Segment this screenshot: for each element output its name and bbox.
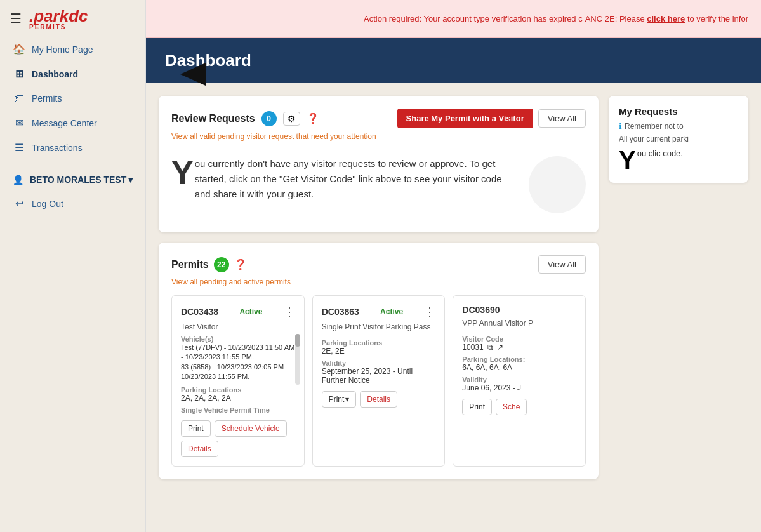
permit-parking-3: 6A, 6A, 6A, 6A xyxy=(462,363,576,372)
permit-more-1[interactable]: ⋮ xyxy=(284,305,295,319)
my-requests-info-text: Remember not to xyxy=(625,122,684,131)
side-column: My Requests ℹ Remember not to All your c… xyxy=(609,96,748,519)
logo-sub: PERMITS xyxy=(29,23,66,30)
sidebar-nav: 🏠 My Home Page ⊞ Dashboard 🏷 Permits ✉ M… xyxy=(0,37,145,160)
hamburger-icon[interactable]: ☰ xyxy=(10,11,22,26)
sidebar-item-logout-label: Log Out xyxy=(32,199,63,209)
permit-vehicles-label-1: Vehicle(s) xyxy=(181,335,295,343)
home-icon: 🏠 xyxy=(13,43,25,55)
permit-print-button-1[interactable]: Print xyxy=(181,420,211,437)
message-icon: ✉ xyxy=(13,117,25,129)
sidebar-item-messages-label: Message Center xyxy=(32,118,97,128)
permit-actions-1: Print Schedule Vehicle Details xyxy=(181,420,295,457)
share-icon[interactable]: ↗ xyxy=(497,343,503,352)
scroll-indicator-1[interactable] xyxy=(295,334,300,434)
user-menu[interactable]: 👤 BETO MORALES TEST ▾ xyxy=(0,168,145,191)
permit-validity-label-2: Validity xyxy=(322,359,436,367)
main-content: Action required: Your account type verif… xyxy=(146,0,761,532)
permit-parking-label-2: Parking Locations xyxy=(322,339,436,347)
permit-header-3: DC03690 xyxy=(462,305,576,315)
review-requests-card: Review Requests 0 ⚙ ❓ Share My Permit wi… xyxy=(159,96,599,232)
permit-schedule-button-1[interactable]: Schedule Vehicle xyxy=(215,420,287,437)
logo: .parkdc PERMITS xyxy=(29,6,88,30)
permit-print-label-2: Print xyxy=(329,395,345,404)
permits-info-icon[interactable]: ❓ xyxy=(234,258,247,270)
permit-name-3: VPP Annual Visitor P xyxy=(462,319,576,328)
user-icon: 👤 xyxy=(13,175,23,185)
my-requests-title: My Requests xyxy=(619,106,738,117)
permit-card-dc03438: DC03438 Active ⋮ Test Visitor Vehicle(s)… xyxy=(171,295,305,467)
review-requests-actions: Share My Permit with a Visitor View All xyxy=(397,109,586,128)
visitor-avatar xyxy=(529,156,586,213)
my-requests-card: My Requests ℹ Remember not to All your c… xyxy=(609,96,748,183)
permits-icon: 🏷 xyxy=(13,93,25,104)
sidebar-item-transactions[interactable]: ☰ Transactions xyxy=(0,135,145,160)
sidebar-item-home[interactable]: 🏠 My Home Page xyxy=(0,37,145,62)
sidebar-item-messages[interactable]: ✉ Message Center xyxy=(0,110,145,135)
alert-text: Action required: Your account type verif… xyxy=(364,14,583,23)
empty-state-text: Y ou currently don't have any visitor re… xyxy=(171,156,519,202)
permit-status-2: Active xyxy=(380,307,403,316)
permit-id-1: DC03438 xyxy=(181,307,218,317)
permits-view-all-button[interactable]: View All xyxy=(538,255,586,274)
info-circle-icon: ℹ xyxy=(619,122,622,131)
permit-details-button-1[interactable]: Details xyxy=(181,441,218,457)
permit-print-button-3[interactable]: Print xyxy=(462,399,492,415)
main-column: Review Requests 0 ⚙ ❓ Share My Permit wi… xyxy=(159,96,599,519)
permit-header-1: DC03438 Active ⋮ xyxy=(181,305,295,319)
permit-vehicles-1: Test (77DFV) - 10/23/2023 11:50 AM - 10/… xyxy=(181,343,295,382)
permit-details-button-2[interactable]: Details xyxy=(360,391,397,408)
permits-header: Permits 22 ❓ View All xyxy=(171,255,586,274)
permit-card-dc03690: DC03690 VPP Annual Visitor P Visitor Cod… xyxy=(453,295,586,467)
permit-print-button-2[interactable]: Print ▾ xyxy=(322,391,357,408)
permit-status-1: Active xyxy=(239,307,262,316)
permit-actions-2: Print ▾ Details xyxy=(322,391,436,408)
permit-validity-label-3: Validity xyxy=(462,376,576,383)
content-area: Review Requests 0 ⚙ ❓ Share My Permit wi… xyxy=(146,83,761,532)
permits-title: Permits xyxy=(171,259,209,270)
alert-banner: Action required: Your account type verif… xyxy=(146,0,761,38)
transactions-icon: ☰ xyxy=(13,142,25,154)
permit-visitor-code-label-3: Visitor Code xyxy=(462,335,576,343)
permit-parking-label-1: Parking Locations xyxy=(181,386,295,394)
sidebar-item-dashboard[interactable]: ⊞ Dashboard xyxy=(0,62,145,86)
user-name: BETO MORALES TEST xyxy=(30,175,126,185)
permits-header-left: Permits 22 ❓ xyxy=(171,257,247,272)
permit-validity-3: June 06, 2023 - J xyxy=(462,383,576,392)
alert-link[interactable]: click here xyxy=(647,14,685,23)
sidebar-item-permits-label: Permits xyxy=(32,93,62,103)
my-requests-empty-text: ou clic code. xyxy=(637,149,683,158)
my-requests-parking-text: All your current parki xyxy=(619,135,738,143)
permit-schedule-button-3[interactable]: Sche xyxy=(496,399,527,415)
my-requests-empty: Y ou clic code. xyxy=(619,147,738,160)
permit-header-2: DC03863 Active ⋮ xyxy=(322,305,436,319)
review-requests-view-all-button[interactable]: View All xyxy=(538,109,586,128)
sidebar-item-permits[interactable]: 🏷 Permits xyxy=(0,86,145,110)
sidebar-item-logout[interactable]: ↩ Log Out xyxy=(0,191,145,216)
sidebar-item-transactions-label: Transactions xyxy=(32,143,83,153)
review-requests-title: Review Requests xyxy=(171,113,255,124)
permit-card-dc03863: DC03863 Active ⋮ Single Print Visitor Pa… xyxy=(312,295,446,467)
review-requests-info-icon[interactable]: ❓ xyxy=(307,112,319,124)
sidebar-item-home-label: My Home Page xyxy=(32,44,93,55)
permit-parking-2: 2E, 2E xyxy=(322,347,436,356)
print-dropdown-icon: ▾ xyxy=(345,395,349,404)
review-requests-header: Review Requests 0 ⚙ ❓ Share My Permit wi… xyxy=(171,109,586,128)
permit-actions-3: Print Sche xyxy=(462,399,576,415)
my-requests-parking: All your current parki xyxy=(619,135,689,143)
permit-more-2[interactable]: ⋮ xyxy=(424,305,435,319)
permits-grid: DC03438 Active ⋮ Test Visitor Vehicle(s)… xyxy=(171,295,586,467)
permits-badge: 22 xyxy=(214,257,229,272)
permit-visitor-code-3: 10031 ⧉ ↗ xyxy=(462,343,576,352)
dashboard-arrow xyxy=(180,63,206,86)
permit-id-3: DC03690 xyxy=(462,305,500,315)
permit-id-2: DC03863 xyxy=(322,307,359,317)
copy-icon[interactable]: ⧉ xyxy=(487,343,493,352)
review-requests-gear-button[interactable]: ⚙ xyxy=(283,112,300,126)
review-requests-subtitle: View all valid pending visitor request t… xyxy=(171,132,586,141)
share-permit-button[interactable]: Share My Permit with a Visitor xyxy=(397,109,533,128)
review-requests-badge: 0 xyxy=(261,111,277,126)
alert-text2: ANC 2E: Please click here to verify the … xyxy=(585,14,748,23)
dashboard-icon: ⊞ xyxy=(13,68,25,80)
sidebar-header: ☰ .parkdc PERMITS xyxy=(0,0,145,37)
